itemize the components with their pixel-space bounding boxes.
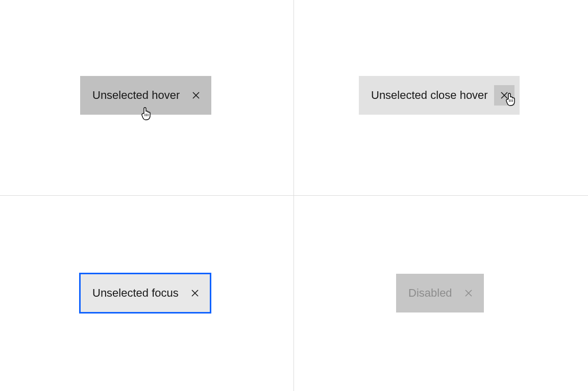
close-button[interactable] bbox=[186, 85, 206, 106]
close-button[interactable] bbox=[185, 283, 205, 303]
pointer-cursor-icon bbox=[140, 107, 153, 120]
tab-label: Unselected focus bbox=[80, 288, 185, 299]
close-icon bbox=[191, 289, 199, 297]
close-icon bbox=[192, 91, 200, 99]
tab-unselected-focus[interactable]: Unselected focus bbox=[80, 274, 210, 312]
close-icon bbox=[464, 289, 473, 297]
tab-label: Disabled bbox=[396, 288, 458, 299]
tab-unselected-close-hover[interactable]: Unselected close hover bbox=[359, 76, 520, 115]
cell-unselected-focus: Unselected focus bbox=[0, 196, 294, 392]
cell-unselected-hover: Unselected hover bbox=[0, 0, 294, 196]
tab-label: Unselected hover bbox=[80, 90, 186, 101]
tab-label: Unselected close hover bbox=[359, 90, 494, 101]
close-icon bbox=[500, 91, 508, 99]
cell-disabled: Disabled bbox=[294, 196, 588, 392]
states-grid: Unselected hover Unselected close hover bbox=[0, 0, 588, 391]
tab-disabled: Disabled bbox=[396, 274, 484, 312]
tab-unselected-hover[interactable]: Unselected hover bbox=[80, 76, 211, 115]
close-button[interactable] bbox=[494, 85, 514, 106]
cell-unselected-close-hover: Unselected close hover bbox=[294, 0, 588, 196]
close-button bbox=[458, 283, 479, 303]
